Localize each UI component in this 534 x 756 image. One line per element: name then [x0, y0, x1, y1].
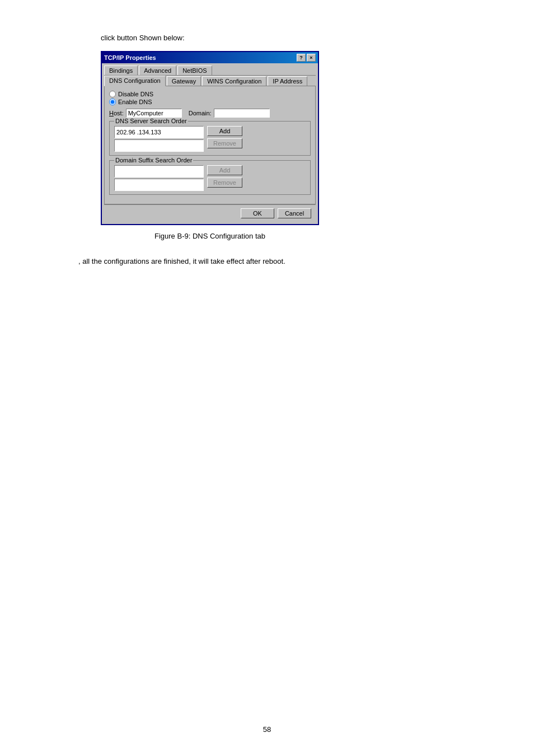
tcp-ip-dialog: TCP/IP Properties ? × Bindings Advanced … — [101, 51, 319, 225]
dns-server-empty-row — [114, 139, 204, 152]
page-number: 58 — [263, 725, 271, 734]
domain-suffix-remove-button[interactable]: Remove — [207, 178, 242, 188]
cancel-button[interactable]: Cancel — [278, 208, 311, 218]
tab-ip-address[interactable]: IP Address — [268, 76, 307, 86]
dns-server-remove-button[interactable]: Remove — [207, 138, 242, 148]
disable-dns-option[interactable]: Disable DNS — [109, 91, 311, 97]
domain-input[interactable] — [214, 109, 270, 118]
tab-dns-configuration[interactable]: DNS Configuration — [104, 76, 166, 86]
host-input[interactable] — [126, 109, 182, 118]
tab-wins-configuration[interactable]: WINS Configuration — [202, 76, 266, 86]
domain-suffix-group-inner: Domain Suffix Search Order Add Remove — [109, 160, 311, 195]
tab-content: Disable DNS Enable DNS Host: Domain: — [104, 86, 316, 204]
tab-bindings[interactable]: Bindings — [104, 66, 138, 75]
disable-dns-label: Disable DNS — [118, 91, 153, 97]
domain-suffix-add-button[interactable]: Add — [207, 165, 242, 175]
enable-dns-option[interactable]: Enable DNS — [109, 99, 311, 105]
dialog-wrapper: TCP/IP Properties ? × Bindings Advanced … — [101, 51, 319, 225]
tab-netbios[interactable]: NetBIOS — [177, 66, 212, 75]
enable-dns-label: Enable DNS — [118, 99, 152, 105]
enable-dns-radio[interactable] — [109, 99, 116, 105]
domain-suffix-row-1 — [114, 165, 204, 178]
tab-advanced[interactable]: Advanced — [139, 66, 176, 75]
domain-suffix-row-2 — [114, 179, 204, 191]
dialog-body: Bindings Advanced NetBIOS DNS Configurat… — [102, 63, 318, 224]
domain-suffix-buttons: Add Remove — [207, 165, 242, 188]
dns-server-add-button[interactable]: Add — [207, 126, 242, 136]
domain-suffix-list — [114, 165, 204, 191]
dns-server-group-label: DNS Server Search Order — [114, 118, 188, 124]
dns-server-group-inner: DNS Server Search Order Add Remove — [109, 121, 311, 156]
help-button[interactable]: ? — [297, 54, 306, 62]
figure-caption: Figure B-9: DNS Configuration tab — [101, 232, 319, 240]
ok-button[interactable]: OK — [241, 208, 274, 218]
radio-group: Disable DNS Enable DNS — [109, 91, 311, 105]
dns-server-input[interactable] — [114, 126, 204, 138]
after-text: , all the configurations are finished, i… — [78, 257, 285, 265]
dns-server-list — [114, 126, 204, 152]
dns-server-content: Add Remove — [114, 126, 306, 152]
tab-gateway[interactable]: Gateway — [167, 76, 201, 86]
tab-row-1: Bindings Advanced NetBIOS — [104, 66, 316, 76]
host-domain-row: Host: Domain: — [109, 109, 311, 118]
disable-dns-radio[interactable] — [109, 91, 116, 97]
domain-suffix-content: Add Remove — [114, 165, 306, 191]
dialog-title: TCP/IP Properties — [104, 54, 297, 61]
dialog-titlebar: TCP/IP Properties ? × — [102, 52, 318, 63]
host-label: Host: — [109, 110, 124, 116]
domain-suffix-group-label: Domain Suffix Search Order — [114, 157, 193, 164]
dns-server-buttons: Add Remove — [207, 126, 242, 148]
intro-text: click button Shown below: — [101, 34, 185, 42]
domain-label: Domain: — [189, 110, 212, 116]
domain-suffix-group-box: Domain Suffix Search Order Add Remove — [109, 160, 311, 195]
close-button[interactable]: × — [307, 54, 316, 62]
dns-server-group-box: DNS Server Search Order Add Remove — [109, 121, 311, 156]
dialog-footer: OK Cancel — [104, 204, 316, 222]
title-buttons: ? × — [297, 54, 316, 62]
tab-row-2: DNS Configuration Gateway WINS Configura… — [104, 76, 316, 86]
